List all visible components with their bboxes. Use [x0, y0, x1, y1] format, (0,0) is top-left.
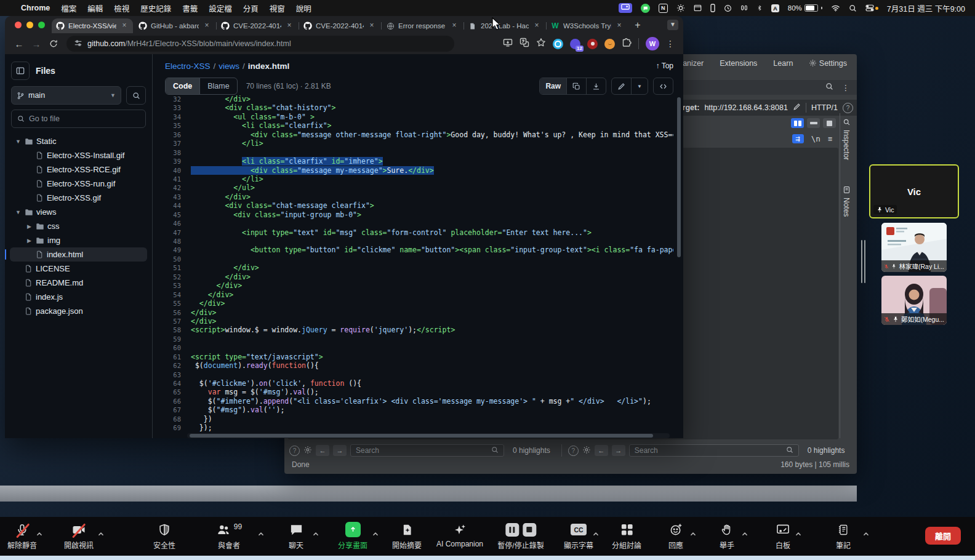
profile-avatar[interactable]: W — [646, 37, 659, 50]
line-number[interactable]: 53 — [153, 281, 191, 290]
spotlight-icon[interactable] — [849, 2, 857, 14]
zoom-tool-chat-bubble[interactable]: 聊天 — [289, 521, 303, 550]
site-settings-icon[interactable] — [74, 39, 82, 49]
line-number[interactable]: 41 — [153, 175, 191, 183]
burp-menu-extensions[interactable]: Extensions — [720, 59, 757, 68]
line-number[interactable]: 61 — [153, 353, 191, 361]
chevron-up-icon[interactable] — [258, 528, 265, 539]
input-source-icon[interactable]: A — [771, 2, 779, 14]
line-number[interactable]: 47 — [153, 228, 191, 237]
line-number[interactable]: 32 — [153, 95, 191, 103]
menu-item[interactable]: 歷史記錄 — [140, 2, 171, 14]
extension-icon-face[interactable] — [604, 39, 615, 49]
back-to-top-link[interactable]: ↑ Top — [656, 62, 673, 70]
chevron-up-icon[interactable] — [98, 528, 105, 539]
edit-target-icon[interactable] — [793, 103, 801, 113]
line-number[interactable]: 39 — [153, 157, 191, 166]
screen-share-icon[interactable] — [619, 2, 632, 14]
chrome-menu-icon[interactable]: ⋮ — [666, 39, 675, 49]
line-number[interactable]: 62 — [153, 361, 191, 370]
newline-toggle[interactable]: \n — [811, 134, 821, 143]
browser-tab[interactable]: 2024 Lab - HackMD× — [464, 18, 545, 33]
line-number[interactable]: 58 — [153, 326, 191, 334]
line-number[interactable]: 44 — [153, 201, 191, 210]
tree-item-index-js[interactable]: index.js — [10, 290, 147, 304]
new-tab-button[interactable]: + — [632, 19, 644, 31]
symbols-panel-button[interactable] — [654, 78, 673, 94]
close-window-button[interactable] — [15, 22, 22, 28]
zoom-tool-ai-sparkle[interactable]: AI Companion — [436, 521, 483, 548]
breadcrumb-dir-link[interactable]: views — [219, 62, 239, 71]
horizontal-scrollbar[interactable] — [187, 433, 670, 438]
extension-icon-badge[interactable]: 12 — [570, 39, 580, 49]
help-icon[interactable]: ? — [843, 103, 853, 113]
layout-single-button[interactable] — [823, 118, 836, 128]
chevron-up-icon[interactable] — [313, 528, 319, 539]
zoom-tool-participants[interactable]: 99與會者 — [216, 521, 242, 550]
menu-item[interactable]: 分頁 — [243, 2, 259, 14]
address-bar[interactable]: github.com/MrH4r1/Electro-XSS/blob/main/… — [66, 36, 454, 52]
line-number[interactable]: 36 — [153, 130, 191, 139]
participant-tile-active[interactable]: Vic Vic — [869, 164, 959, 218]
vertical-scrollbar[interactable] — [677, 97, 681, 257]
tree-item-views[interactable]: ▼views — [10, 205, 147, 219]
menu-item[interactable]: 設定檔 — [209, 2, 232, 14]
tab-inspector[interactable]: Inspector — [842, 118, 851, 160]
wifi-icon[interactable] — [831, 2, 840, 14]
browser-tab[interactable]: CVE-2022-40146_E× — [299, 18, 380, 33]
zoom-tool-mic-muted[interactable]: 解除靜音 — [7, 521, 37, 550]
zoom-tool-reactions[interactable]: 回應 — [668, 521, 683, 550]
zoom-panel-drag-handle[interactable] — [861, 240, 865, 283]
extensions-puzzle-icon[interactable] — [622, 38, 632, 50]
tree-item-package-json[interactable]: package.json — [10, 304, 147, 318]
protocol-label[interactable]: HTTP/1 — [811, 103, 838, 112]
tab-close-icon[interactable]: × — [615, 22, 624, 30]
bluetooth-icon[interactable] — [756, 2, 763, 14]
zoom-tool-breakout[interactable]: 分組討論 — [612, 521, 641, 550]
chevron-up-icon[interactable] — [593, 528, 600, 539]
chat-icon[interactable] — [641, 2, 650, 14]
zoom-tool-whiteboard[interactable]: 白板 — [776, 521, 790, 550]
menu-icon[interactable]: ≡ — [828, 135, 832, 143]
participant-tile[interactable]: 鄭如如(Megu... — [881, 276, 947, 325]
reload-button[interactable] — [46, 36, 62, 52]
branch-selector[interactable]: main ▼ — [11, 86, 121, 105]
line-number[interactable]: 55 — [153, 299, 191, 308]
extension-icon-red[interactable] — [587, 39, 598, 49]
tab-notes[interactable]: Notes — [842, 186, 851, 217]
line-number[interactable]: 57 — [153, 317, 191, 326]
line-number[interactable]: 35 — [153, 121, 191, 130]
wrap-toggle-icon[interactable]: ⇶ — [792, 134, 804, 143]
browser-tab[interactable]: WW3Schools Tryit Edi× — [547, 18, 628, 33]
tree-item-electro-xss-install-gif[interactable]: Electro-XSS-Install.gif — [10, 148, 147, 162]
line-number[interactable]: 50 — [153, 255, 191, 263]
chevron-up-icon[interactable] — [690, 528, 697, 539]
burp-menu-settings[interactable]: Settings — [809, 59, 847, 68]
line-number[interactable]: 46 — [153, 219, 191, 228]
tree-item-electro-xss-rce-gif[interactable]: Electro-XSS-RCE.gif — [10, 162, 147, 177]
prev-match-button[interactable]: ← — [595, 445, 608, 456]
menu-item[interactable]: 檔案 — [61, 2, 76, 14]
chevron-up-icon[interactable] — [36, 528, 43, 539]
tab-blame[interactable]: Blame — [199, 78, 236, 94]
zoom-tool-shield[interactable]: 安全性 — [153, 521, 175, 550]
line-number[interactable]: 49 — [153, 246, 191, 254]
tree-item-readme-md[interactable]: README.md — [10, 276, 147, 290]
line-number[interactable]: 64 — [153, 379, 191, 388]
leave-meeting-button[interactable]: 離開 — [925, 527, 961, 545]
line-number[interactable]: 42 — [153, 183, 191, 192]
forward-button[interactable]: → — [28, 36, 44, 52]
layout-rows-button[interactable] — [807, 118, 820, 128]
browser-tab[interactable]: Electro-XSS/views/i× — [52, 18, 133, 33]
menu-item[interactable]: 視窗 — [270, 2, 285, 14]
help-icon[interactable]: ? — [568, 446, 579, 456]
zoom-tool-share-screen[interactable]: 分享畫面 — [338, 521, 367, 550]
menu-item[interactable]: 編輯 — [87, 2, 103, 14]
line-number[interactable]: 40 — [153, 166, 191, 175]
browser-tab[interactable]: GitHub - akbarq/ssr× — [134, 18, 215, 33]
chevron-up-icon[interactable] — [742, 528, 748, 539]
clock-icon[interactable] — [724, 2, 732, 14]
participant-tile[interactable]: 林家瑋(Ray Li... — [881, 223, 947, 272]
line-number[interactable]: 48 — [153, 237, 191, 246]
line-number[interactable]: 66 — [153, 397, 191, 406]
